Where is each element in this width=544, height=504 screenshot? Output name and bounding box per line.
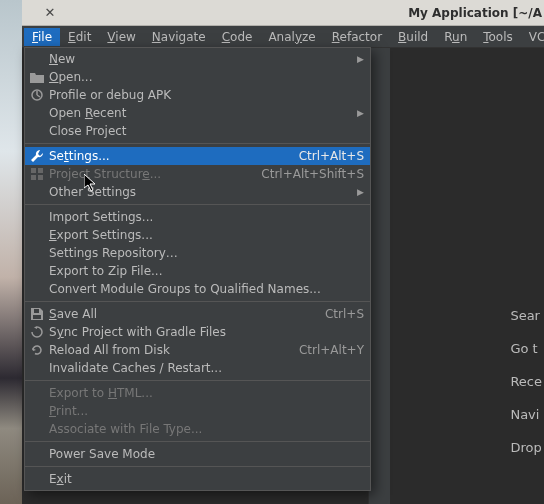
menu-view[interactable]: View bbox=[99, 28, 143, 46]
menu-item-export-settings[interactable]: Export Settings... bbox=[25, 226, 370, 244]
tool-window-stripe bbox=[368, 48, 390, 504]
svg-rect-4 bbox=[38, 175, 43, 180]
menu-item-label: Convert Module Groups to Qualified Names… bbox=[49, 282, 364, 296]
menu-item-label: Profile or debug APK bbox=[49, 88, 364, 102]
menu-item-shortcut: Ctrl+Alt+Shift+S bbox=[261, 167, 364, 181]
menu-refactor[interactable]: Refactor bbox=[324, 28, 390, 46]
menu-item-label: Save All bbox=[49, 307, 315, 321]
submenu-arrow-icon: ▶ bbox=[357, 54, 364, 64]
menu-item-convert-module-groups-to-qualified-names[interactable]: Convert Module Groups to Qualified Names… bbox=[25, 280, 370, 298]
menu-item-label: Invalidate Caches / Restart... bbox=[49, 361, 364, 375]
svg-rect-2 bbox=[38, 168, 43, 173]
menu-file[interactable]: File bbox=[24, 28, 60, 46]
desktop-wallpaper bbox=[0, 0, 22, 504]
menu-item-label: Sync Project with Gradle Files bbox=[49, 325, 364, 339]
menu-code[interactable]: Code bbox=[214, 28, 261, 46]
menu-vcs[interactable]: VCS bbox=[521, 28, 544, 46]
menu-item-label: New bbox=[49, 52, 347, 66]
menu-item-label: Open... bbox=[49, 70, 364, 84]
title-bar: ✕ My Application [~/A bbox=[22, 0, 544, 26]
svg-rect-3 bbox=[31, 175, 36, 180]
menu-item-label: Open Recent bbox=[49, 106, 347, 120]
svg-rect-1 bbox=[31, 168, 36, 173]
menu-analyze[interactable]: Analyze bbox=[260, 28, 323, 46]
menu-item-new[interactable]: New▶ bbox=[25, 50, 370, 68]
submenu-arrow-icon: ▶ bbox=[357, 108, 364, 118]
menu-item-label: Settings Repository… bbox=[49, 246, 364, 260]
welcome-link[interactable]: Drop bbox=[510, 440, 542, 455]
menu-item-power-save-mode[interactable]: Power Save Mode bbox=[25, 445, 370, 463]
submenu-arrow-icon: ▶ bbox=[357, 187, 364, 197]
menu-item-open-recent[interactable]: Open Recent▶ bbox=[25, 104, 370, 122]
folder-icon bbox=[25, 72, 49, 83]
welcome-links: SearGo tReceNaviDrop bbox=[510, 308, 542, 473]
menubar: FileEditViewNavigateCodeAnalyzeRefactorB… bbox=[22, 26, 544, 48]
menu-separator bbox=[25, 441, 370, 442]
menu-item-print: Print... bbox=[25, 402, 370, 420]
menu-item-close-project[interactable]: Close Project bbox=[25, 122, 370, 140]
menu-item-label: Exit bbox=[49, 472, 364, 486]
menu-navigate[interactable]: Navigate bbox=[144, 28, 214, 46]
menu-item-label: Print... bbox=[49, 404, 364, 418]
welcome-link[interactable]: Rece bbox=[510, 374, 542, 389]
profile-icon bbox=[25, 89, 49, 101]
file-menu-dropdown: New▶Open...Profile or debug APKOpen Rece… bbox=[24, 47, 371, 491]
svg-rect-6 bbox=[33, 315, 41, 319]
reload-icon bbox=[25, 344, 49, 356]
menu-separator bbox=[25, 466, 370, 467]
menu-item-project-structure: Project Structure...Ctrl+Alt+Shift+S bbox=[25, 165, 370, 183]
menu-item-settings-repository[interactable]: Settings Repository… bbox=[25, 244, 370, 262]
menu-item-label: Other Settings bbox=[49, 185, 347, 199]
menu-separator bbox=[25, 143, 370, 144]
close-icon: ✕ bbox=[45, 6, 56, 19]
save-icon bbox=[25, 308, 49, 320]
menu-item-label: Export to Zip File... bbox=[49, 264, 364, 278]
menu-item-shortcut: Ctrl+Alt+S bbox=[299, 149, 364, 163]
menu-item-settings[interactable]: Settings...Ctrl+Alt+S bbox=[25, 147, 370, 165]
menu-item-exit[interactable]: Exit bbox=[25, 470, 370, 488]
menu-item-import-settings[interactable]: Import Settings... bbox=[25, 208, 370, 226]
menu-tools[interactable]: Tools bbox=[475, 28, 521, 46]
menu-item-label: Power Save Mode bbox=[49, 447, 364, 461]
welcome-link[interactable]: Sear bbox=[510, 308, 542, 323]
menu-build[interactable]: Build bbox=[390, 28, 436, 46]
wrench-icon bbox=[25, 150, 49, 163]
menu-item-label: Import Settings... bbox=[49, 210, 364, 224]
menu-item-export-to-html: Export to HTML... bbox=[25, 384, 370, 402]
structure-icon bbox=[25, 168, 49, 180]
window-title: My Application [~/A bbox=[408, 6, 542, 20]
menu-item-sync-project-with-gradle-files[interactable]: Sync Project with Gradle Files bbox=[25, 323, 370, 341]
menu-item-open[interactable]: Open... bbox=[25, 68, 370, 86]
menu-item-save-all[interactable]: Save AllCtrl+S bbox=[25, 305, 370, 323]
menu-item-associate-with-file-type: Associate with File Type... bbox=[25, 420, 370, 438]
menu-run[interactable]: Run bbox=[436, 28, 475, 46]
welcome-link[interactable]: Go t bbox=[510, 341, 542, 356]
menu-item-shortcut: Ctrl+S bbox=[325, 307, 364, 321]
menu-item-invalidate-caches-restart[interactable]: Invalidate Caches / Restart... bbox=[25, 359, 370, 377]
menu-item-profile-or-debug-apk[interactable]: Profile or debug APK bbox=[25, 86, 370, 104]
menu-separator bbox=[25, 301, 370, 302]
menu-item-reload-all-from-disk[interactable]: Reload All from DiskCtrl+Alt+Y bbox=[25, 341, 370, 359]
menu-item-other-settings[interactable]: Other Settings▶ bbox=[25, 183, 370, 201]
menu-item-label: Reload All from Disk bbox=[49, 343, 289, 357]
menu-item-label: Export to HTML... bbox=[49, 386, 364, 400]
menu-item-label: Project Structure... bbox=[49, 167, 251, 181]
sync-icon bbox=[25, 326, 49, 338]
welcome-link[interactable]: Navi bbox=[510, 407, 542, 422]
window-close-button[interactable]: ✕ bbox=[40, 3, 60, 23]
menu-separator bbox=[25, 380, 370, 381]
menu-item-export-to-zip-file[interactable]: Export to Zip File... bbox=[25, 262, 370, 280]
menu-edit[interactable]: Edit bbox=[60, 28, 99, 46]
svg-rect-5 bbox=[34, 309, 39, 313]
menu-item-label: Export Settings... bbox=[49, 228, 364, 242]
menu-item-label: Associate with File Type... bbox=[49, 422, 364, 436]
menu-item-label: Close Project bbox=[49, 124, 364, 138]
menu-separator bbox=[25, 204, 370, 205]
menu-item-label: Settings... bbox=[49, 149, 289, 163]
menu-item-shortcut: Ctrl+Alt+Y bbox=[299, 343, 364, 357]
